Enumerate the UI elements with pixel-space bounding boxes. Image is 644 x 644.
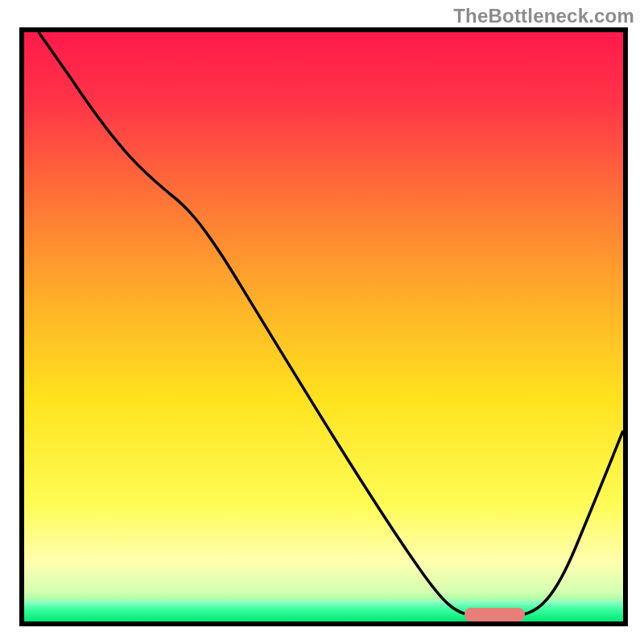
- plot-area: [24, 32, 623, 621]
- chart-container: TheBottleneck.com: [0, 0, 644, 644]
- watermark-text: TheBottleneck.com: [453, 5, 634, 27]
- bottleneck-curve: [24, 32, 623, 621]
- optimal-marker: [464, 608, 525, 621]
- curve-path: [39, 32, 623, 615]
- plot-frame: [19, 27, 628, 626]
